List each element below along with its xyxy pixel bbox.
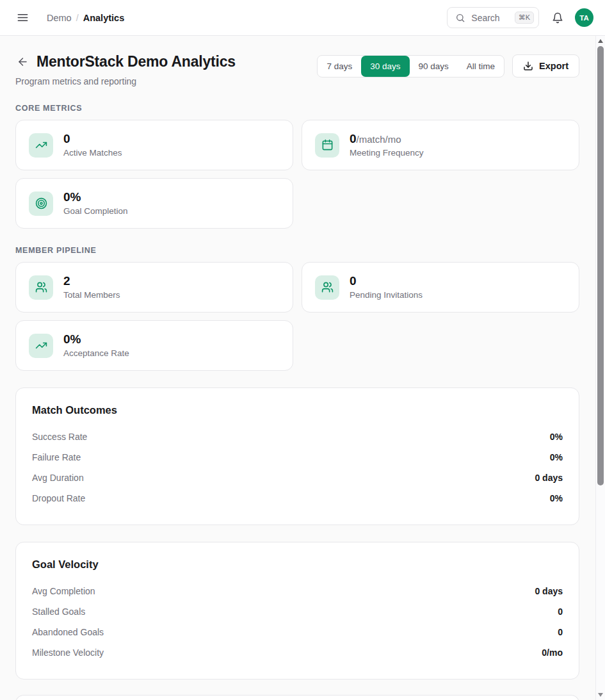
stat-label: Abandoned Goals [32, 627, 104, 637]
back-button[interactable] [15, 54, 30, 69]
page-header: MentorStack Demo Analytics Program metri… [15, 53, 579, 86]
stat-value: 0% [550, 452, 563, 462]
notifications-button[interactable] [551, 11, 565, 25]
stat-label: Avg Completion [32, 586, 95, 596]
arrow-left-icon [17, 56, 29, 68]
panel-title: Goal Velocity [32, 558, 563, 571]
metric-value: 0% [63, 332, 81, 346]
search-placeholder: Search [471, 13, 499, 23]
metric-value: 0 [63, 132, 70, 145]
stat-value: 0/mo [542, 647, 563, 658]
core-metrics-grid: 0 Active Matches 0/match/mo Meeting Freq… [15, 120, 579, 229]
scroll-up-arrow-icon[interactable] [598, 39, 603, 43]
search-shortcut-badge: ⌘K [515, 12, 534, 24]
scrollbar-thumb[interactable] [597, 46, 604, 485]
page-title: MentorStack Demo Analytics [36, 53, 236, 70]
panel-title: Match Outcomes [32, 404, 563, 416]
metric-card-total-members: 2 Total Members [15, 262, 293, 313]
metric-value: 0 [350, 274, 357, 288]
metric-card-acceptance-rate: 0% Acceptance Rate [15, 320, 293, 371]
metric-label: Acceptance Rate [63, 348, 129, 358]
metric-label: Goal Completion [63, 206, 128, 216]
search-input[interactable]: Search ⌘K [447, 7, 539, 28]
section-label-core-metrics: CORE METRICS [15, 104, 579, 113]
breadcrumb-parent[interactable]: Demo [47, 13, 72, 23]
stat-row-failure-rate: Failure Rate 0% [32, 447, 563, 468]
match-outcomes-panel: Match Outcomes Success Rate 0% Failure R… [15, 387, 579, 525]
export-button-label: Export [539, 61, 569, 71]
next-panel-partial [15, 695, 579, 700]
stat-value: 0% [550, 493, 563, 503]
users-icon [315, 275, 339, 300]
metric-value: 2 [63, 274, 70, 288]
metric-card-pending-invitations: 0 Pending Invitations [302, 262, 579, 313]
stat-label: Avg Duration [32, 473, 84, 483]
stat-label: Dropout Rate [32, 493, 85, 503]
menu-button[interactable] [15, 10, 30, 25]
stat-row-avg-duration: Avg Duration 0 days [32, 468, 563, 488]
hamburger-icon [17, 12, 29, 24]
stat-value: 0% [550, 432, 563, 442]
avatar[interactable]: TA [575, 8, 593, 27]
goal-velocity-panel: Goal Velocity Avg Completion 0 days Stal… [15, 542, 579, 680]
bell-icon [552, 12, 563, 24]
stat-label: Milestone Velocity [32, 647, 104, 658]
range-button-7-days[interactable]: 7 days [318, 56, 361, 77]
stat-label: Stalled Goals [32, 606, 85, 617]
analytics-page: MentorStack Demo Analytics Program metri… [0, 36, 595, 700]
vertical-scrollbar[interactable] [595, 36, 605, 700]
section-label-member-pipeline: MEMBER PIPELINE [15, 246, 579, 255]
stat-row-abandoned-goals: Abandoned Goals 0 [32, 622, 563, 642]
breadcrumb: Demo / Analytics [47, 13, 124, 23]
breadcrumb-current: Analytics [83, 13, 124, 23]
stat-row-milestone-velocity: Milestone Velocity 0/mo [32, 642, 563, 663]
export-button[interactable]: Export [512, 54, 579, 77]
range-button-90-days[interactable]: 90 days [410, 56, 458, 77]
search-icon [455, 13, 465, 23]
metric-label: Total Members [63, 290, 120, 300]
stat-row-avg-completion: Avg Completion 0 days [32, 581, 563, 601]
stat-row-stalled-goals: Stalled Goals 0 [32, 601, 563, 622]
calendar-icon [315, 133, 339, 158]
stat-label: Success Rate [32, 432, 87, 442]
top-bar: Demo / Analytics Search ⌘K TA [0, 0, 605, 36]
member-pipeline-grid: 2 Total Members 0 Pending Invitations 0%… [15, 262, 579, 371]
stat-value: 0 [558, 606, 563, 617]
stat-value: 0 [558, 627, 563, 637]
trending-up-icon [29, 334, 53, 358]
target-icon [29, 191, 53, 216]
trending-up-icon [29, 133, 53, 158]
metric-card-active-matches: 0 Active Matches [15, 120, 293, 170]
download-icon [523, 61, 533, 71]
stat-row-success-rate: Success Rate 0% [32, 427, 563, 447]
metric-value: 0 [350, 132, 357, 145]
page-subtitle: Program metrics and reporting [15, 76, 236, 86]
metric-value: 0% [63, 190, 81, 204]
scroll-down-arrow-icon[interactable] [598, 693, 603, 697]
metric-card-goal-completion: 0% Goal Completion [15, 178, 293, 229]
range-button-all-time[interactable]: All time [458, 56, 504, 77]
metric-suffix: /match/mo [357, 134, 401, 145]
users-icon [29, 275, 53, 300]
breadcrumb-separator: / [76, 13, 79, 23]
metric-card-meeting-frequency: 0/match/mo Meeting Frequency [302, 120, 579, 170]
time-range-switcher: 7 days 30 days 90 days All time [317, 55, 504, 77]
metric-label: Active Matches [63, 148, 122, 158]
metric-label: Meeting Frequency [350, 148, 424, 158]
stat-value: 0 days [535, 586, 563, 596]
stat-value: 0 days [535, 473, 563, 483]
range-button-30-days[interactable]: 30 days [361, 56, 409, 77]
metric-label: Pending Invitations [350, 290, 423, 300]
stat-row-dropout-rate: Dropout Rate 0% [32, 488, 563, 509]
stat-label: Failure Rate [32, 452, 81, 462]
